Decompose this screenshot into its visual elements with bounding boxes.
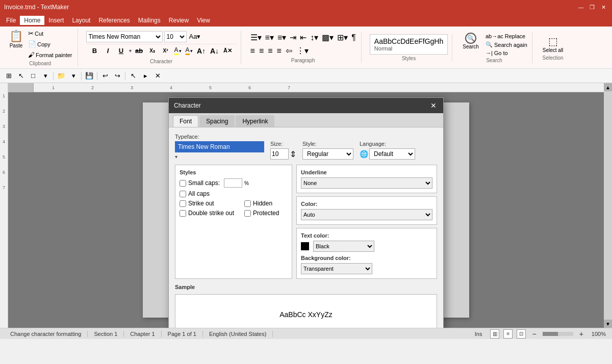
strikethrough-button[interactable]: ab — [134, 45, 145, 57]
view-web-button[interactable]: ⊡ — [517, 329, 526, 339]
font-select[interactable]: Times New Roman — [86, 31, 163, 42]
bg-color-select[interactable]: Transparent — [301, 263, 372, 274]
align-left-button[interactable]: ≡ — [249, 45, 256, 57]
zoom-slider[interactable] — [543, 332, 573, 336]
menu-layout[interactable]: Layout — [68, 16, 94, 25]
protected-checkbox[interactable] — [244, 210, 251, 217]
size-spinner[interactable]: ⇕ — [290, 149, 296, 159]
outline-list-button[interactable]: ≡▾ — [276, 32, 287, 43]
window-controls[interactable]: — ❐ ✕ — [576, 3, 608, 12]
small-caps-pct-input[interactable] — [224, 178, 242, 188]
goto-button[interactable]: →| Go to — [485, 49, 528, 57]
close-button[interactable]: ✕ — [599, 3, 608, 12]
rtl-button[interactable]: ⇦ — [285, 45, 293, 57]
dialog-close-button[interactable]: ✕ — [429, 101, 438, 110]
minimize-button[interactable]: — — [576, 3, 585, 12]
text-color-section: Text color: Black — [296, 228, 437, 279]
size-input[interactable] — [270, 148, 289, 160]
paste-button[interactable]: 📋 Paste — [7, 29, 25, 49]
toolbar-close-button[interactable]: ✕ — [152, 70, 163, 82]
menu-view[interactable]: View — [193, 16, 214, 25]
text-color-select[interactable]: Black — [313, 241, 374, 252]
toolbar-undo-button[interactable]: ↩ — [99, 70, 111, 82]
numbered-list-button[interactable]: ≡▾ — [264, 32, 275, 43]
toolbar-shape-button[interactable]: □ — [28, 70, 39, 82]
scroll-up-button[interactable]: ▲ — [604, 83, 612, 91]
typeface-dropdown-icon[interactable]: ▾ — [175, 154, 264, 160]
toolbar-play-button[interactable]: ▸ — [140, 70, 151, 82]
font-larger-button[interactable]: A↑ — [196, 45, 207, 57]
strikeout-checkbox[interactable] — [180, 200, 186, 207]
bullet-list-button[interactable]: ☰▾ — [249, 32, 263, 43]
select-all-button[interactable]: ⬚ Select all — [541, 34, 566, 54]
underline-button[interactable]: U — [116, 45, 127, 57]
replace-button[interactable]: ab→ac Replace — [485, 33, 528, 40]
typeface-label: Typeface: — [175, 134, 264, 140]
view-outline-button[interactable]: ≡ — [503, 329, 513, 339]
underline-select[interactable]: None Single Double — [301, 177, 432, 189]
menu-references[interactable]: References — [94, 16, 134, 25]
copy-button[interactable]: 📄 Copy — [27, 39, 73, 49]
toolbar-redo-button[interactable]: ↪ — [112, 70, 123, 82]
toolbar-cursor2-button[interactable]: ↖ — [128, 70, 139, 82]
zoom-in-button[interactable]: + — [577, 330, 585, 338]
highlight-button[interactable]: A ▾ — [173, 45, 183, 56]
tab-font[interactable]: Font — [173, 115, 198, 127]
columns-button[interactable]: ⋮▾ — [295, 45, 310, 57]
toolbar-open-button[interactable]: 📁 — [56, 70, 67, 82]
menu-home[interactable]: Home — [20, 16, 44, 25]
pilcrow-button[interactable]: ¶ — [350, 32, 357, 43]
maximize-button[interactable]: ❐ — [588, 3, 597, 12]
scroll-down-button[interactable]: ▼ — [604, 320, 612, 328]
toolbar-cursor-button[interactable]: ↖ — [15, 70, 27, 82]
toolbar-open-dropdown[interactable]: ▾ — [68, 70, 79, 82]
search-button[interactable]: 🔍 Search — [461, 32, 481, 50]
line-spacing-button[interactable]: ↕▾ — [309, 32, 319, 43]
language-select[interactable]: Default — [369, 148, 415, 160]
tab-hyperlink[interactable]: Hyperlink — [236, 115, 274, 127]
unindent-button[interactable]: ⇤ — [299, 32, 308, 43]
menu-mailings[interactable]: Mailings — [134, 16, 165, 25]
borders-button[interactable]: ⊞▾ — [336, 32, 349, 43]
scroll-track[interactable] — [604, 91, 612, 320]
highlight-para-button[interactable]: ▩▾ — [321, 32, 335, 43]
subscript-button[interactable]: X₂ — [147, 45, 158, 57]
style-select[interactable]: Regular Italic Bold Bold Italic — [302, 148, 353, 160]
color-select[interactable]: Auto — [301, 209, 432, 220]
double-strike-checkbox[interactable] — [180, 210, 186, 217]
superscript-button[interactable]: X² — [160, 45, 171, 57]
cut-button[interactable]: ✂ Cut — [27, 29, 73, 38]
format-painter-button[interactable]: 🖌 Format painter — [27, 50, 73, 60]
bold-button[interactable]: B — [89, 45, 100, 57]
typeface-input[interactable] — [175, 141, 264, 152]
clear-format-button[interactable]: Ā✕ — [222, 45, 234, 57]
style-group: Style: Regular Italic Bold Bold Italic — [302, 141, 353, 160]
tab-spacing[interactable]: Spacing — [199, 115, 235, 127]
toolbar-grid-button[interactable]: ⊞ — [3, 70, 14, 82]
search-again-button[interactable]: 🔍 Search again — [485, 41, 528, 48]
size-group: Size: ⇕ — [270, 141, 296, 160]
font-size-select[interactable]: 10 — [164, 31, 187, 42]
justify-button[interactable]: ≡ — [276, 45, 283, 57]
hidden-checkbox[interactable] — [244, 200, 251, 207]
italic-button[interactable]: I — [103, 45, 114, 57]
font-aa-button[interactable]: Aa▾ — [188, 32, 202, 41]
toolbar-save-button[interactable]: 💾 — [84, 70, 95, 82]
text-color-button[interactable]: A ▾ — [185, 45, 194, 56]
menu-file[interactable]: File — [2, 16, 20, 25]
zoom-out-button[interactable]: − — [530, 330, 538, 338]
toolbar-shape-dropdown[interactable]: ▾ — [40, 70, 51, 82]
all-caps-checkbox[interactable] — [180, 191, 186, 197]
style-preview[interactable]: AaBbCcDdEeFfGgHh Normal — [370, 34, 448, 55]
menu-review[interactable]: Review — [165, 16, 193, 25]
font-smaller-button[interactable]: A↓ — [209, 45, 220, 57]
view-normal-button[interactable]: ▥ — [490, 329, 499, 339]
align-center-button[interactable]: ≡ — [258, 45, 265, 57]
menu-insert[interactable]: Insert — [44, 16, 68, 25]
scrollbar[interactable]: ▲ ▼ — [604, 83, 612, 328]
underline-dropdown[interactable]: ▾ — [129, 48, 132, 54]
small-caps-checkbox[interactable] — [180, 180, 186, 187]
align-right-button[interactable]: ≡ — [267, 45, 273, 57]
hidden-label: Hidden — [253, 200, 272, 207]
indent-button[interactable]: ⇥ — [289, 32, 297, 43]
